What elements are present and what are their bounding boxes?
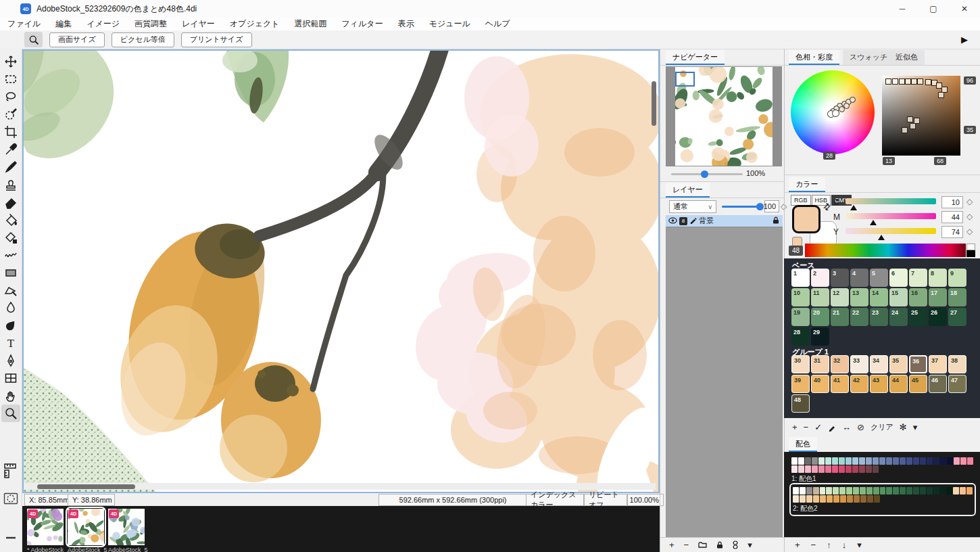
sat-color-marker[interactable] [885, 78, 891, 85]
scheme-chip[interactable] [818, 457, 825, 465]
tab-hue-sat[interactable]: 色相・彩度 [789, 50, 839, 65]
maximize-button[interactable]: ▢ [918, 0, 949, 18]
sat-color-marker[interactable] [892, 78, 898, 85]
swatch-9[interactable]: 9 [948, 269, 966, 287]
swatch-5[interactable]: 5 [870, 269, 888, 287]
channel-slider-C[interactable] [846, 198, 936, 204]
minimize-button[interactable]: ─ [887, 0, 918, 18]
scheme-chip[interactable] [954, 457, 960, 465]
swatch-24[interactable]: 24 [889, 308, 908, 326]
swatches-pencil-icon[interactable] [828, 423, 836, 432]
scheme-chip[interactable] [839, 487, 846, 495]
toolbar-overflow-arrow[interactable]: ▶ [961, 34, 968, 45]
layer-row-background[interactable]: 8 背景 [666, 215, 783, 227]
color-mode-box[interactable]: インデックスカラー [526, 494, 584, 506]
layers-link-icon[interactable] [733, 540, 738, 549]
swatch-23[interactable]: 23 [870, 308, 888, 326]
scheme-chip[interactable] [832, 465, 838, 473]
swatch-4[interactable]: 4 [850, 269, 868, 287]
scheme-chip[interactable] [866, 465, 872, 473]
white-swatch[interactable] [966, 244, 975, 250]
foreground-color-swatch[interactable] [792, 205, 820, 233]
zoom-tool-indicator[interactable] [24, 32, 43, 47]
scheme-chip[interactable] [933, 457, 939, 465]
scheme-chip[interactable] [839, 465, 845, 473]
mode-button-rgb[interactable]: RGB [791, 195, 811, 206]
scheme-chip[interactable] [933, 487, 939, 495]
swatch-22[interactable]: 22 [850, 308, 868, 326]
scheme-chip[interactable] [940, 457, 946, 465]
scheme-chip[interactable] [960, 457, 966, 465]
scheme-chip[interactable] [960, 487, 966, 495]
swatch-1[interactable]: 1 [791, 269, 810, 287]
swatch-29[interactable]: 29 [811, 327, 829, 346]
v-scrollbar-thumb[interactable] [652, 81, 656, 126]
scheme-chip[interactable] [833, 495, 839, 503]
swatch-17[interactable]: 17 [929, 288, 947, 306]
saturation-brightness-box[interactable] [882, 76, 960, 156]
scheme-item-2[interactable]: 2: 配色2 [789, 483, 976, 516]
swatches-button-8[interactable]: ▾ [913, 422, 918, 432]
scheme-chip[interactable] [873, 457, 879, 465]
scheme-chip[interactable] [827, 495, 833, 503]
scheme-chip[interactable] [859, 457, 865, 465]
scheme-chip[interactable] [793, 495, 799, 503]
swatch-8[interactable]: 8 [929, 269, 947, 287]
sat-color-marker[interactable] [911, 78, 917, 85]
zoom-tool[interactable] [1, 405, 20, 422]
swatch-34[interactable]: 34 [870, 355, 888, 373]
black-swatch[interactable] [966, 250, 975, 257]
schemes-button-0[interactable]: + [795, 540, 800, 550]
repeat-mode-box[interactable]: リピートオフ [584, 494, 627, 506]
scheme-chip[interactable] [927, 457, 933, 465]
navigator-view-rect[interactable] [675, 72, 695, 87]
swatch-20[interactable]: 20 [811, 308, 829, 326]
swatch-7[interactable]: 7 [909, 269, 927, 287]
layer-visibility-icon[interactable] [668, 217, 677, 225]
file-thumbnail-0[interactable]: 4D [27, 509, 64, 545]
scheme-chip[interactable] [833, 487, 839, 495]
swatch-11[interactable]: 11 [811, 288, 829, 306]
scheme-chip[interactable] [806, 495, 812, 503]
swatch-38[interactable]: 38 [948, 355, 966, 373]
channel-marker-M[interactable] [870, 220, 877, 225]
swatch-41[interactable]: 41 [831, 375, 849, 393]
scheme-chip[interactable] [854, 495, 860, 503]
scheme-chip[interactable] [900, 457, 906, 465]
select-options-icon[interactable] [3, 492, 18, 507]
scheme-chip[interactable] [947, 457, 953, 465]
swatch-26[interactable]: 26 [929, 308, 947, 326]
hand-tool[interactable] [1, 387, 20, 405]
blend-mode-select[interactable]: 通常 ∨ [669, 200, 716, 213]
scheme-chip[interactable] [791, 457, 798, 465]
swatch-42[interactable]: 42 [850, 375, 868, 393]
menu-item-3[interactable]: 画質調整 [127, 18, 174, 30]
swatch-2[interactable]: 2 [811, 269, 829, 287]
scheme-chip[interactable] [798, 465, 804, 473]
lasso-tool[interactable] [1, 88, 20, 106]
swatch-37[interactable]: 37 [929, 355, 947, 373]
scheme-chip[interactable] [874, 495, 880, 503]
tab-navigator[interactable]: ナビゲーター [666, 50, 725, 65]
fill-tool[interactable] [1, 211, 20, 229]
schemes-button-3[interactable]: ↓ [842, 540, 847, 550]
smudge-tool[interactable] [1, 317, 20, 334]
layer-opacity-slider[interactable] [722, 206, 761, 208]
scheme-chip[interactable] [886, 457, 892, 465]
layers-folder-icon[interactable] [698, 542, 707, 548]
scheme-chip[interactable] [966, 487, 973, 495]
scheme-chip[interactable] [913, 457, 919, 465]
swatch-6[interactable]: 6 [889, 269, 908, 287]
eyedropper-tool[interactable] [1, 141, 20, 158]
tab-swatches[interactable]: スウォッチ [843, 50, 894, 65]
swatch-15[interactable]: 15 [889, 288, 908, 306]
swatches-button-7[interactable]: ✻ [900, 422, 907, 432]
layers-button-5[interactable]: ▾ [748, 540, 752, 550]
scheme-chip[interactable] [866, 487, 873, 495]
swatches-button-0[interactable]: + [792, 422, 798, 432]
scheme-chip[interactable] [846, 487, 852, 495]
scheme-chip[interactable] [812, 457, 818, 465]
swatches-button-4[interactable]: ↔ [842, 422, 851, 432]
schemes-button-4[interactable]: ▾ [857, 540, 862, 550]
curve-tool[interactable] [1, 246, 20, 264]
